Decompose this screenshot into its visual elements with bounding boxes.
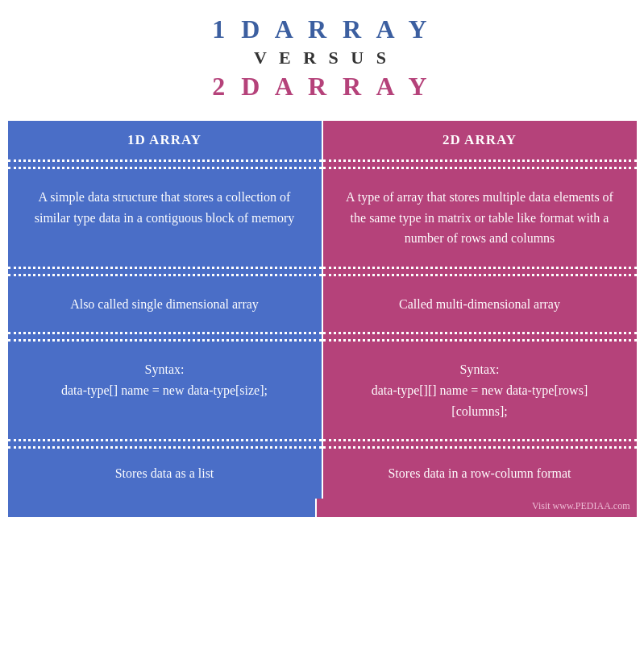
comparison-table: 1D ARRAY 2D ARRAY A simple data structur… (8, 121, 637, 650)
title-1d: 1 D A R R A Y (16, 14, 628, 44)
row-2: Also called single dimensional array Cal… (8, 276, 637, 333)
dash-left-4 (8, 439, 322, 449)
divider-1 (8, 159, 637, 169)
row3-col1: Syntax: data-type[] name = new data-type… (8, 342, 322, 439)
row2-col2: Called multi-dimensional array (323, 276, 637, 333)
dash-right-1 (323, 159, 637, 169)
row4-col1: Stores data as a list (8, 449, 322, 499)
dash-right-4 (323, 439, 637, 449)
credit-row: Visit www.PEDIAA.com (8, 499, 637, 517)
row-3: Syntax: data-type[] name = new data-type… (8, 342, 637, 439)
versus-label: V E R S U S (16, 48, 628, 68)
col2-header: 2D ARRAY (323, 121, 637, 159)
credit-left-spacer (8, 499, 315, 517)
divider-4 (8, 439, 637, 449)
header: 1 D A R R A Y V E R S U S 2 D A R R A Y (0, 0, 644, 110)
row-4: Stores data as a list Stores data in a r… (8, 449, 637, 499)
dash-left-1 (8, 159, 322, 169)
divider-2 (8, 267, 637, 276)
col-headers-row: 1D ARRAY 2D ARRAY (8, 121, 637, 159)
pediaa-credit: Visit www.PEDIAA.com (317, 499, 637, 517)
dash-right-2 (323, 267, 637, 276)
dash-left-3 (8, 332, 322, 342)
divider-3 (8, 332, 637, 342)
dash-left-2 (8, 267, 322, 276)
dash-right-3 (323, 332, 637, 342)
row1-col2: A type of array that stores multiple dat… (323, 169, 637, 267)
title-2d: 2 D A R R A Y (16, 72, 628, 101)
row-1: A simple data structure that stores a co… (8, 169, 637, 267)
col1-header: 1D ARRAY (8, 121, 322, 159)
row4-col2: Stores data in a row-column format (323, 449, 637, 499)
row1-col1: A simple data structure that stores a co… (8, 169, 322, 267)
row3-col2: Syntax: data-type[][] name = new data-ty… (323, 342, 637, 439)
row2-col1: Also called single dimensional array (8, 276, 322, 333)
